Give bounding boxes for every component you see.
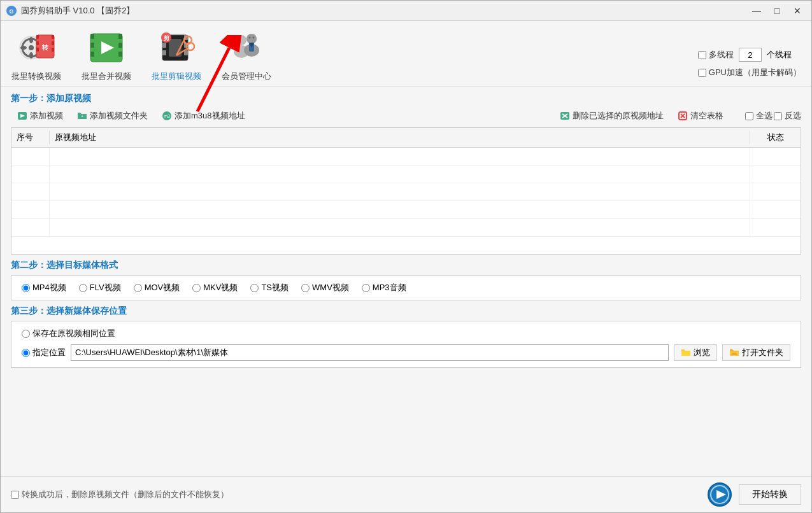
open-folder-button[interactable]: 打开文件夹 bbox=[722, 344, 790, 361]
save-same-location[interactable]: 保存在原视频相同位置 bbox=[22, 328, 115, 339]
radio-specify-location[interactable] bbox=[22, 349, 30, 357]
video-table: 序号 原视频地址 状态 bbox=[11, 127, 801, 255]
svg-point-39 bbox=[236, 35, 246, 45]
col-seq: 序号 bbox=[11, 130, 50, 144]
save-specify-location[interactable]: 指定位置 bbox=[22, 347, 66, 358]
svg-rect-58 bbox=[681, 351, 690, 356]
svg-rect-20 bbox=[90, 52, 94, 57]
radio-same-location[interactable] bbox=[22, 330, 30, 338]
format-ts[interactable]: TS视频 bbox=[250, 282, 288, 293]
delete-selected-button[interactable]: 删除已选择的原视频地址 bbox=[553, 108, 670, 123]
table-row bbox=[11, 219, 801, 237]
svg-point-45 bbox=[249, 37, 251, 39]
svg-point-41 bbox=[246, 34, 257, 44]
tool-cut[interactable]: 剪 批里剪辑视频 bbox=[151, 27, 202, 82]
format-wmv[interactable]: WMV视频 bbox=[301, 282, 349, 293]
radio-mp4[interactable] bbox=[22, 284, 30, 292]
tool-member[interactable]: 会员管理中心 bbox=[221, 27, 272, 82]
format-mkv[interactable]: MKV视频 bbox=[192, 282, 238, 293]
multithread-checkbox-label[interactable]: 多线程 bbox=[698, 49, 734, 60]
radio-mkv[interactable] bbox=[192, 284, 201, 292]
cut-label: 批里剪辑视频 bbox=[152, 71, 201, 82]
format-mov[interactable]: MOV视频 bbox=[134, 282, 180, 293]
gpu-row: GPU加速（用显卡解码） bbox=[698, 67, 801, 78]
merge-label: 批里合并视频 bbox=[82, 71, 131, 82]
svg-text:转: 转 bbox=[41, 44, 49, 51]
member-icon-wrap bbox=[226, 27, 267, 68]
table-row bbox=[11, 183, 801, 201]
deselect-checkbox[interactable] bbox=[774, 112, 782, 120]
radio-flv[interactable] bbox=[79, 284, 87, 292]
select-all-checkbox[interactable] bbox=[745, 112, 753, 120]
toolbar-right: 多线程 个线程 GPU加速（用显卡解码） bbox=[698, 48, 801, 82]
format-mp3[interactable]: MP3音频 bbox=[362, 282, 406, 293]
svg-point-6 bbox=[29, 52, 33, 59]
radio-mp3[interactable] bbox=[362, 284, 370, 292]
select-all-label[interactable]: 全选 bbox=[745, 110, 773, 122]
add-m3u8-icon: m3 bbox=[162, 111, 172, 121]
threads-input[interactable] bbox=[739, 48, 762, 62]
svg-rect-15 bbox=[52, 48, 54, 52]
add-folder-button[interactable]: + 添加视频文件夹 bbox=[71, 108, 154, 123]
window-title: 固乔剪辑助手 V10.0 【固乔2】 bbox=[21, 5, 748, 17]
gpu-checkbox-label[interactable]: GPU加速（用显卡解码） bbox=[698, 67, 801, 78]
save-path-input[interactable] bbox=[71, 344, 669, 361]
cut-icon: 剪 bbox=[157, 29, 196, 67]
save-option-same-row: 保存在原视频相同位置 bbox=[22, 328, 790, 339]
maximize-button[interactable]: □ bbox=[768, 4, 786, 18]
delete-after-convert-checkbox[interactable] bbox=[11, 491, 19, 499]
delete-icon bbox=[560, 111, 570, 121]
svg-rect-22 bbox=[118, 43, 122, 48]
svg-rect-27 bbox=[162, 43, 166, 48]
add-m3u8-button[interactable]: m3 添加m3u8视频地址 bbox=[155, 108, 252, 123]
minimize-button[interactable]: — bbox=[748, 4, 766, 18]
toolbar: 转 批里转换视频 bbox=[1, 21, 811, 87]
main-window: G 固乔剪辑助手 V10.0 【固乔2】 — □ ✕ bbox=[0, 0, 812, 513]
open-folder-icon bbox=[729, 348, 739, 357]
tool-merge[interactable]: 批里合并视频 bbox=[81, 27, 132, 82]
svg-rect-19 bbox=[90, 43, 94, 48]
step1-header: 第一步：添加原视频 bbox=[11, 93, 801, 104]
svg-point-4 bbox=[29, 45, 34, 50]
radio-mov[interactable] bbox=[134, 284, 142, 292]
table-row bbox=[11, 165, 801, 183]
clear-table-button[interactable]: 清空表格 bbox=[671, 108, 730, 123]
step2-header: 第二步：选择目标媒体格式 bbox=[11, 260, 801, 271]
delete-after-convert-label[interactable]: 转换成功后，删除原视频文件（删除后的文件不能恢复） bbox=[11, 489, 229, 500]
svg-point-5 bbox=[29, 37, 33, 43]
add-video-button[interactable]: 添加视频 bbox=[11, 108, 69, 123]
svg-text:剪: 剪 bbox=[163, 34, 170, 41]
radio-ts[interactable] bbox=[250, 284, 259, 292]
deselect-label[interactable]: 反选 bbox=[774, 110, 801, 122]
svg-rect-23 bbox=[118, 52, 122, 57]
table-body bbox=[11, 148, 801, 254]
svg-rect-18 bbox=[90, 34, 94, 39]
gpu-checkbox[interactable] bbox=[698, 69, 706, 77]
threads-unit: 个线程 bbox=[767, 49, 792, 60]
add-video-icon bbox=[17, 111, 27, 121]
svg-text:+: + bbox=[81, 113, 84, 119]
start-convert-button[interactable]: 开始转换 bbox=[739, 484, 801, 505]
radio-wmv[interactable] bbox=[301, 284, 310, 292]
multithread-checkbox[interactable] bbox=[698, 51, 706, 59]
browse-button[interactable]: 浏览 bbox=[674, 344, 717, 361]
member-icon bbox=[227, 29, 266, 67]
col-path: 原视频地址 bbox=[50, 130, 750, 144]
table-row bbox=[11, 201, 801, 219]
svg-rect-28 bbox=[162, 50, 166, 55]
svg-point-7 bbox=[20, 46, 27, 50]
save-section: 保存在原视频相同位置 指定位置 bbox=[11, 321, 801, 368]
svg-text:G: G bbox=[9, 8, 13, 15]
action-bar: 添加视频 + 添加视频文件夹 m3 添加m3 bbox=[11, 108, 801, 123]
merge-icon bbox=[87, 29, 125, 67]
table-header: 序号 原视频地址 状态 bbox=[11, 128, 801, 148]
start-icon bbox=[707, 482, 732, 507]
svg-text:m3: m3 bbox=[164, 114, 170, 118]
format-mp4[interactable]: MP4视频 bbox=[22, 282, 66, 293]
svg-point-46 bbox=[253, 37, 255, 39]
format-section: MP4视频 FLV视频 MOV视频 MKV视频 bbox=[11, 275, 801, 300]
member-label: 会员管理中心 bbox=[222, 71, 271, 82]
format-flv[interactable]: FLV视频 bbox=[79, 282, 121, 293]
tool-convert[interactable]: 转 批里转换视频 bbox=[11, 27, 62, 82]
close-button[interactable]: ✕ bbox=[788, 4, 806, 18]
